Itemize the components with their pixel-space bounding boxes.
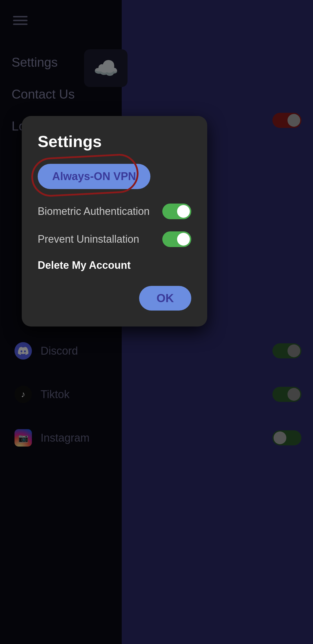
- prevent-uninstall-toggle-knob: [177, 233, 190, 246]
- always-on-vpn-wrapper: Always-ON VPN: [38, 164, 150, 189]
- dialog-title: Settings: [38, 132, 191, 151]
- biometric-auth-row: Biometric Authentication: [38, 204, 191, 219]
- biometric-auth-toggle[interactable]: [162, 204, 191, 219]
- ok-button[interactable]: OK: [139, 286, 191, 311]
- ok-button-row: OK: [38, 286, 191, 311]
- prevent-uninstall-row: Prevent Uninstallation: [38, 231, 191, 247]
- always-on-vpn-button[interactable]: Always-ON VPN: [38, 164, 150, 189]
- prevent-uninstall-toggle[interactable]: [162, 231, 191, 247]
- settings-dialog: Settings Always-ON VPN Biometric Authent…: [22, 116, 207, 326]
- prevent-uninstall-label: Prevent Uninstallation: [38, 233, 139, 245]
- delete-account-button[interactable]: Delete My Account: [38, 259, 191, 271]
- biometric-auth-toggle-knob: [177, 205, 190, 218]
- biometric-auth-label: Biometric Authentication: [38, 205, 150, 217]
